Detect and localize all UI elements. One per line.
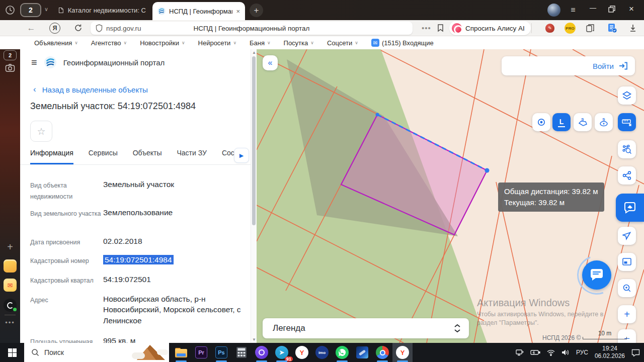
taskbar-search-box[interactable]: Поиск bbox=[24, 343, 169, 362]
measure-end-point[interactable] bbox=[485, 168, 490, 173]
taskbar-chat-app[interactable] bbox=[252, 343, 272, 362]
bookmark-folder[interactable]: Соцсети∨ bbox=[327, 39, 358, 47]
more-icon[interactable]: ••• bbox=[422, 24, 431, 32]
measure-length-button-active[interactable]: L bbox=[552, 113, 571, 131]
wifi-icon[interactable] bbox=[547, 349, 555, 356]
shield-icon[interactable] bbox=[96, 24, 103, 32]
menu-hamburger-icon[interactable]: ≡ bbox=[31, 57, 37, 68]
window-close-button[interactable]: × bbox=[629, 4, 634, 14]
tab-active[interactable]: НСПД | Геоинформаци × bbox=[152, 2, 245, 20]
bookmark-folder[interactable]: Нейросети∨ bbox=[198, 39, 236, 47]
reload-icon[interactable] bbox=[72, 24, 84, 32]
bookmark-folder[interactable]: Объявления∨ bbox=[34, 39, 78, 47]
bookmark-flag-icon[interactable] bbox=[437, 24, 444, 32]
collapse-panel-button[interactable]: « bbox=[263, 55, 278, 70]
tab-information[interactable]: Информация bbox=[30, 149, 73, 164]
profile-avatar[interactable] bbox=[547, 4, 560, 17]
tab-inactive[interactable]: Каталог недвижимости: С bbox=[54, 0, 150, 20]
taskbar-imo[interactable]: imo bbox=[312, 343, 332, 362]
docs-sync-icon[interactable] bbox=[606, 22, 618, 34]
bookmark-folder[interactable]: Новостройки∨ bbox=[140, 39, 185, 47]
measure-clear-button[interactable] bbox=[618, 113, 636, 131]
yandex-search-icon[interactable]: Я bbox=[49, 23, 60, 34]
sidebar-add-icon[interactable]: + bbox=[0, 241, 20, 253]
taskbar-photoshop[interactable]: Ps bbox=[211, 343, 231, 362]
measure-area-polygon-button[interactable]: S bbox=[574, 113, 592, 131]
yandex-music-icon[interactable] bbox=[0, 299, 20, 312]
tab-parts[interactable]: Части ЗУ bbox=[177, 149, 206, 164]
sidebar-more-icon[interactable]: ••• bbox=[0, 319, 20, 326]
taskbar-whatsapp[interactable] bbox=[332, 343, 352, 362]
legend-panel[interactable]: Легенда bbox=[263, 318, 469, 338]
chevron-down-icon: ∨ bbox=[74, 40, 78, 45]
tabs-scroll-right-button[interactable]: ▶ bbox=[234, 148, 249, 163]
volume-icon[interactable] bbox=[561, 349, 570, 356]
measure-point-button[interactable] bbox=[532, 113, 550, 131]
measure-area-ellipse-button[interactable]: S bbox=[595, 113, 613, 131]
panel-tabs: Информация Сервисы Объекты Части ЗУ Сост… bbox=[20, 149, 251, 165]
bookmark-folder[interactable]: Посутка∨ bbox=[284, 39, 314, 47]
browser-menu-icon[interactable]: ≡ bbox=[568, 5, 579, 16]
tab-list-chevron-icon[interactable]: ∨ bbox=[44, 6, 48, 13]
feedback-draw-button-active[interactable] bbox=[616, 194, 644, 222]
window-restore-button[interactable] bbox=[608, 5, 616, 13]
favorite-star-button[interactable]: ☆ bbox=[30, 121, 52, 142]
start-button[interactable] bbox=[0, 343, 24, 362]
language-indicator[interactable]: РУС bbox=[576, 349, 588, 356]
my-location-button[interactable] bbox=[618, 227, 636, 245]
tray-expand-icon[interactable] bbox=[516, 349, 524, 356]
sidebar-tab-counter[interactable]: 2 bbox=[0, 50, 20, 60]
chevron-down-icon: ∨ bbox=[233, 40, 236, 45]
screenshot-camera-icon[interactable] bbox=[0, 63, 20, 72]
bookmark-inbox[interactable]: ✉(1515) Входящие bbox=[371, 39, 434, 47]
bookmark-folder[interactable]: Агентство∨ bbox=[91, 39, 127, 47]
minimap-button[interactable] bbox=[618, 253, 636, 271]
tab-services[interactable]: Сервисы bbox=[89, 149, 118, 164]
window-minimize-button[interactable]: — bbox=[590, 4, 596, 12]
alice-icon bbox=[452, 23, 462, 33]
address-field[interactable]: nspd.gov.ru НСПД | Геоинформационный пор… bbox=[91, 22, 413, 35]
scrollbar-thumb[interactable] bbox=[252, 56, 256, 225]
download-icon[interactable] bbox=[629, 24, 637, 32]
taskbar-3d-app[interactable] bbox=[352, 343, 372, 362]
taskbar-clock[interactable]: 19:2406.02.2026 bbox=[595, 345, 625, 360]
expand-collapse-icon[interactable] bbox=[454, 324, 461, 333]
taskbar-telegram[interactable]: ➤91 bbox=[272, 343, 292, 362]
stamp-edit-icon[interactable]: ✎ bbox=[543, 22, 556, 35]
battery-icon[interactable] bbox=[530, 349, 540, 355]
new-tab-button[interactable]: + bbox=[250, 4, 263, 17]
taskbar-yandex-browser-active[interactable]: Y bbox=[392, 343, 413, 362]
taskbar-chrome[interactable] bbox=[372, 343, 392, 362]
object-info-panel: ≡ Геоинформационный портал ‹ Назад в выд… bbox=[20, 49, 257, 343]
taskbar-file-explorer[interactable] bbox=[171, 343, 191, 362]
notification-icon[interactable] bbox=[631, 349, 640, 356]
collections-icon[interactable] bbox=[586, 24, 595, 33]
map-canvas[interactable]: « Войти L S S + − Общая дистанция: 39.82 bbox=[257, 49, 644, 343]
bookmark-folder[interactable]: Баня∨ bbox=[250, 39, 271, 47]
field-row: Площадь уточненная 995 кв. м bbox=[30, 335, 246, 343]
taskbar-yandex[interactable]: Y bbox=[292, 343, 312, 362]
object-search-button[interactable] bbox=[618, 140, 636, 158]
tab-counter-button[interactable]: 2 bbox=[20, 3, 41, 17]
back-to-selected-link[interactable]: ‹ Назад в выделенные объекты bbox=[33, 84, 148, 95]
history-clock-icon[interactable] bbox=[4, 4, 16, 16]
cadastral-number-selected[interactable]: 54:19:072501:4984 bbox=[103, 254, 246, 267]
weather-widget-image[interactable] bbox=[129, 343, 169, 362]
chat-button[interactable] bbox=[582, 260, 611, 290]
tab-close-icon[interactable]: × bbox=[236, 8, 240, 15]
panel-scrollbar[interactable]: ▲ ▼ bbox=[251, 49, 257, 343]
login-button[interactable]: Войти bbox=[502, 56, 635, 75]
back-arrow-icon[interactable]: ← bbox=[25, 23, 37, 33]
divider bbox=[0, 315, 20, 315]
tab-objects[interactable]: Объекты bbox=[133, 149, 162, 164]
taskbar-premiere[interactable]: Pr bbox=[191, 343, 211, 362]
search-on-map-button[interactable] bbox=[618, 279, 636, 297]
ask-alice-button[interactable]: Спросить Алису AI bbox=[449, 21, 531, 35]
yandex-mail-icon[interactable]: ✉ bbox=[0, 279, 20, 292]
layers-button[interactable] bbox=[618, 86, 636, 105]
taskbar-calculator[interactable] bbox=[231, 343, 252, 362]
pro-badge[interactable]: PRO bbox=[565, 23, 576, 34]
yandex-notes-icon[interactable] bbox=[0, 259, 20, 273]
share-button[interactable] bbox=[618, 166, 636, 185]
zoom-in-button[interactable]: + bbox=[618, 305, 636, 323]
